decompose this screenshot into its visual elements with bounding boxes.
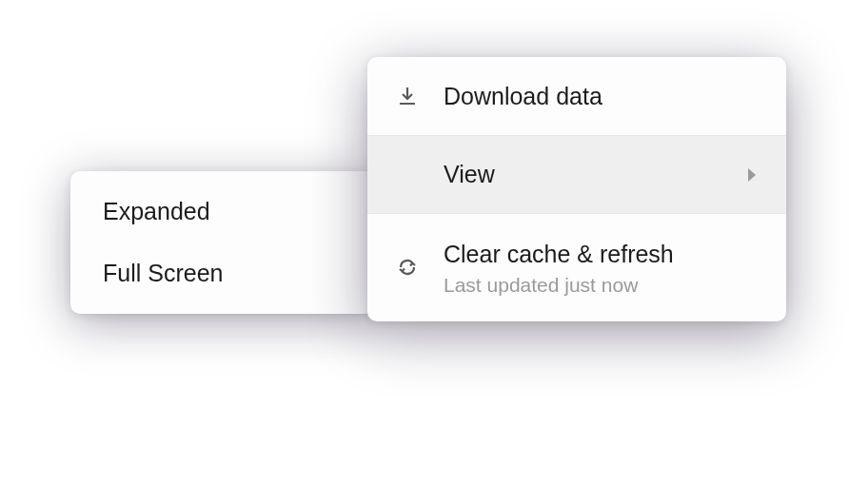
menu-item-subtitle: Last updated just now — [444, 274, 674, 297]
submenu-item-label: Expanded — [103, 198, 210, 224]
submenu-item-expanded[interactable]: Expanded — [70, 181, 375, 242]
menu-item-label: View — [444, 159, 495, 190]
menu-item-clear-cache[interactable]: Clear cache & refresh Last updated just … — [367, 213, 786, 321]
refresh-icon — [396, 256, 444, 279]
menu-item-label: Download data — [444, 81, 602, 112]
chevron-right-icon — [746, 167, 758, 183]
svg-marker-2 — [748, 168, 756, 182]
menu-item-view[interactable]: View — [367, 135, 786, 213]
view-submenu: Expanded Full Screen — [70, 171, 375, 314]
menu-item-label: Clear cache & refresh — [444, 239, 674, 270]
menu-item-download-data[interactable]: Download data — [367, 57, 786, 135]
submenu-item-label: Full Screen — [103, 260, 223, 286]
submenu-item-full-screen[interactable]: Full Screen — [70, 242, 375, 304]
kebab-menu: Download data View Clear cache & refresh… — [367, 57, 786, 321]
download-icon — [396, 85, 444, 107]
